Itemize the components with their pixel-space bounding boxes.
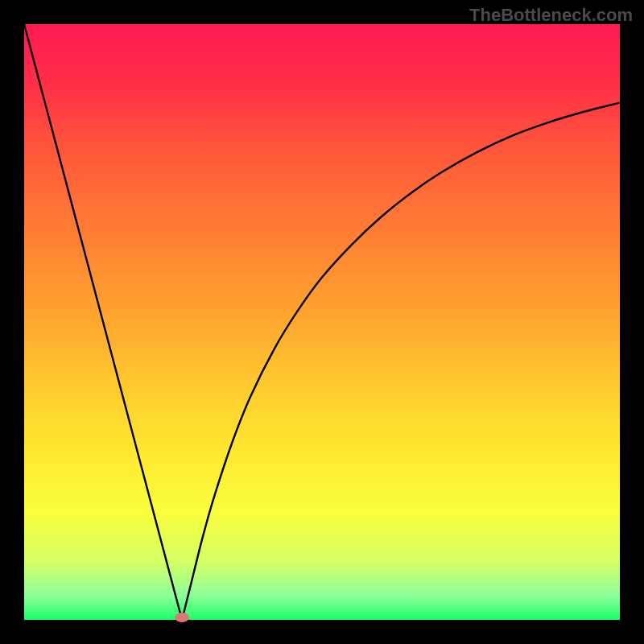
chart-svg — [0, 0, 644, 644]
vertex-marker — [175, 613, 189, 622]
plot-background — [24, 24, 620, 620]
watermark-text: TheBottleneck.com — [469, 5, 633, 26]
chart-container: TheBottleneck.com — [0, 0, 644, 644]
